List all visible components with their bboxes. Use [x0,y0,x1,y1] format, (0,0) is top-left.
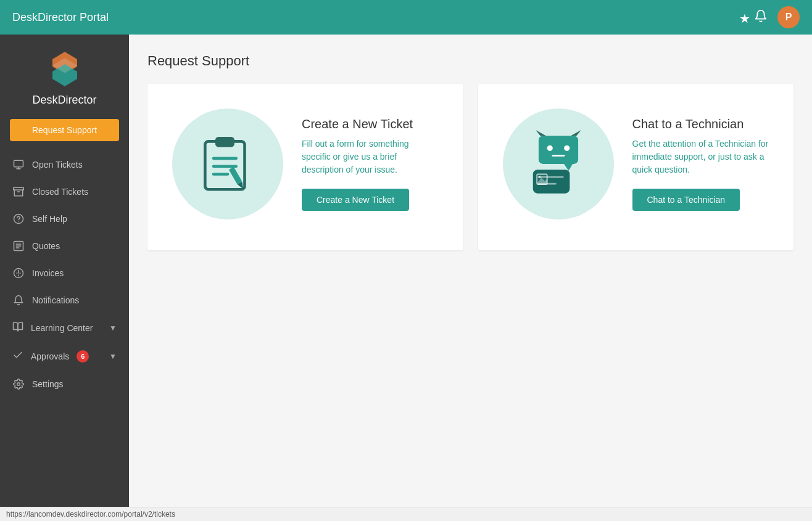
svg-rect-23 [229,167,242,184]
statusbar-url: https://lancomdev.deskdirector.com/porta… [6,510,175,519]
chat-technician-description: Get the attention of a Technician for im… [632,137,769,176]
sidebar-item-open-tickets[interactable]: Open Tickets [0,151,129,178]
sidebar-item-self-help-label: Self Help [32,214,67,224]
approvals-badge: 6 [77,350,89,363]
approvals-icon [12,350,23,363]
create-ticket-card: Create a New Ticket Fill out a form for … [147,84,463,250]
chat-icon [524,130,592,198]
sidebar-item-learning-center-label: Learning Center [31,323,93,333]
create-ticket-button[interactable]: Create a New Ticket [302,189,409,211]
chat-technician-content: Chat to a Technician Get the attention o… [632,117,769,211]
cards-row: Create a New Ticket Fill out a form for … [147,84,793,250]
quotes-icon [12,240,25,252]
settings-icon [12,378,25,390]
request-support-sidebar-button[interactable]: Request Support [10,119,119,141]
sidebar-item-quotes-label: Quotes [32,241,60,251]
invoices-icon [12,267,25,279]
sidebar-item-closed-tickets[interactable]: Closed Tickets [0,178,129,205]
svg-point-29 [564,146,570,151]
sidebar-item-notifications-label: Notifications [32,295,79,305]
chat-technician-illustration [503,109,614,219]
chat-technician-button[interactable]: Chat to a Technician [632,189,740,211]
app-title: DeskDirector Portal [12,11,109,24]
deskdirector-logo-icon [45,49,85,89]
svg-rect-6 [14,187,24,190]
svg-rect-25 [538,136,578,164]
create-ticket-description: Fill out a form for something specific o… [302,137,439,176]
svg-point-28 [547,146,552,151]
svg-rect-19 [215,137,234,147]
sidebar-item-notifications[interactable]: Notifications [0,287,129,314]
sidebar-item-invoices[interactable]: Invoices [0,260,129,287]
closed-tickets-icon [12,186,25,198]
clipboard-icon [194,130,262,198]
svg-marker-26 [536,130,546,136]
svg-rect-3 [14,160,23,167]
sidebar-item-invoices-label: Invoices [32,268,64,278]
sidebar-item-self-help[interactable]: Self Help [0,205,129,232]
sidebar-item-closed-tickets-label: Closed Tickets [32,187,88,197]
svg-point-36 [538,176,541,178]
sidebar: DeskDirector Request Support Open Ticket… [0,35,129,507]
create-ticket-illustration [172,109,283,219]
page-title: Request Support [147,53,793,69]
approvals-chevron-icon: ▼ [109,352,117,361]
learning-center-icon [12,321,23,335]
sidebar-item-approvals-label: Approvals [31,351,69,361]
sidebar-logo-area: DeskDirector [0,35,129,119]
user-avatar[interactable]: P [777,6,800,28]
notifications-icon[interactable]: ★ [739,9,768,26]
topbar: DeskDirector Portal ★ P [0,0,812,35]
create-ticket-content: Create a New Ticket Fill out a form for … [302,117,439,211]
notifications-sidebar-icon [12,294,25,306]
sidebar-item-settings[interactable]: Settings [0,371,129,398]
learning-center-chevron-icon: ▼ [109,324,117,332]
chat-technician-title: Chat to a Technician [632,117,769,131]
sidebar-logo-text: DeskDirector [32,94,96,107]
sidebar-item-learning-center[interactable]: Learning Center ▼ [0,314,129,342]
layout: DeskDirector Request Support Open Ticket… [0,35,812,507]
create-ticket-title: Create a New Ticket [302,117,439,131]
topbar-right: ★ P [739,6,800,28]
main-content: Request Support [129,35,812,507]
chat-technician-card: Chat to a Technician Get the attention o… [478,84,794,250]
sidebar-item-open-tickets-label: Open Tickets [32,160,83,170]
self-help-icon [12,213,25,225]
open-tickets-icon [12,158,25,171]
sidebar-item-approvals[interactable]: Approvals 6 ▼ [0,342,129,371]
svg-marker-27 [571,130,581,136]
sidebar-item-settings-label: Settings [32,379,64,389]
svg-point-17 [17,383,20,386]
sidebar-item-quotes[interactable]: Quotes [0,232,129,260]
statusbar: https://lancomdev.deskdirector.com/porta… [0,507,812,521]
